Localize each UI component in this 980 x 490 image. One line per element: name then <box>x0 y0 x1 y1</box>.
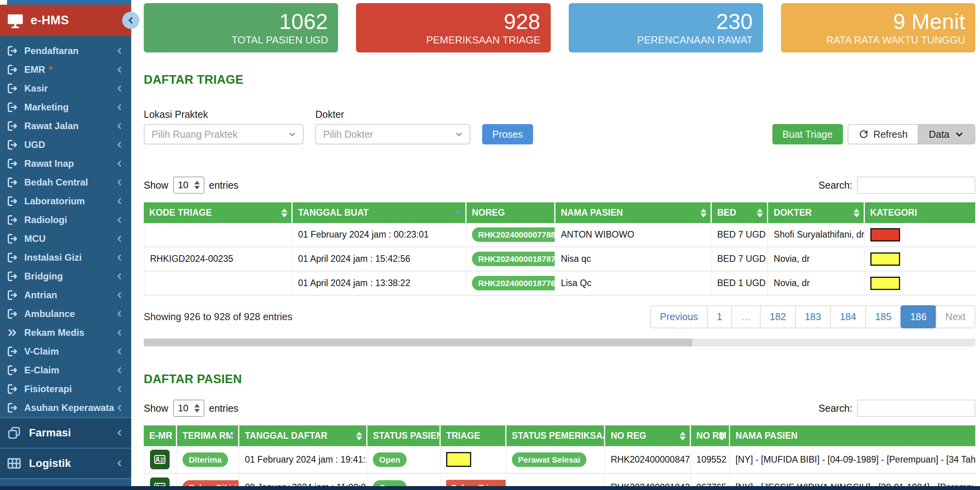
sidebar-item-asuhan-keperawatan[interactable]: Asuhan Keperawatan <box>0 398 131 417</box>
sidebar-item-bridging[interactable]: Bridging <box>0 267 131 286</box>
sidebar-item-v-claim[interactable]: V-Claim <box>0 342 131 361</box>
data-dropdown-button[interactable]: Data <box>918 124 975 144</box>
cell-triage <box>441 446 506 474</box>
column-header-kategori[interactable]: KATEGORI <box>865 202 975 223</box>
sidebar-item-e-claim[interactable]: E-Claim <box>0 361 131 380</box>
app-title: e-HMS <box>31 13 69 27</box>
dokter-select[interactable]: Pilih Dokter <box>315 124 470 144</box>
sidebar-item-instalasi-gizi[interactable]: Instalasi Gizi <box>0 248 131 267</box>
sidebar-item-bedah-central[interactable]: Bedah Central <box>0 173 131 192</box>
column-header-dokter[interactable]: DOKTER <box>768 202 864 223</box>
sidebar-item-rawat-jalan[interactable]: Rawat Jalan <box>0 117 131 135</box>
pagination-182[interactable]: 182 <box>760 305 796 328</box>
lokasi-label: Lokasi Praktek <box>144 109 304 120</box>
sidebar-item-mcu[interactable]: MCU <box>0 229 131 248</box>
sidebar-item-marketing[interactable]: Marketing <box>0 98 131 117</box>
pagination-next[interactable]: Next <box>936 305 975 328</box>
chevron-left-icon <box>115 347 124 356</box>
triage-filters: Lokasi Praktek Pilih Ruang Praktek Dokte… <box>144 109 975 144</box>
entries-select[interactable]: 10 <box>173 400 204 417</box>
chevron-left-icon <box>115 366 124 375</box>
noreg-badge[interactable]: RHK2024000018787 <box>472 252 555 266</box>
pagination-185[interactable]: 185 <box>865 305 901 328</box>
monitor-icon <box>6 11 24 29</box>
pagination: Previous1…182183184185186Next <box>650 305 975 328</box>
table-row: 01 February 2024 jam : 00:23:01RHK202400… <box>144 223 975 247</box>
pagination-1[interactable]: 1 <box>707 305 732 328</box>
scrollbar-thumb[interactable] <box>144 339 693 346</box>
sidebar-item-laboratorium[interactable]: Laboratorium <box>0 192 131 211</box>
sidebar-item-kasir[interactable]: Kasir <box>0 79 131 98</box>
entries-select[interactable]: 10 <box>173 177 204 194</box>
column-header-kode-triage[interactable]: KODE TRIAGE <box>144 202 293 223</box>
column-header-nama-pasien[interactable]: NAMA PASIEN <box>730 425 975 446</box>
app-header[interactable]: e-HMS <box>0 5 131 36</box>
cell-kategori <box>865 272 975 296</box>
chevron-left-icon <box>115 459 124 468</box>
noreg-badge[interactable]: RHK2024000007788 <box>472 227 555 242</box>
stat-card-perencanaan-rawat: 230PERENCANAAN RAWAT <box>569 3 763 52</box>
dokter-filter-group: Dokter Pilih Dokter <box>315 109 470 144</box>
sidebar-item-ugd[interactable]: UGD <box>0 135 131 154</box>
column-header-tanggal-daftar[interactable]: TANGGAL DAFTAR <box>239 425 367 446</box>
sidebar-section-farmasi[interactable]: Farmasi <box>0 417 131 448</box>
chevron-left-icon <box>115 272 124 281</box>
sidebar-item-pendaftaran[interactable]: Pendaftaran <box>0 41 131 60</box>
column-header-terima-rm[interactable]: TERIMA RM <box>177 425 239 446</box>
sidebar-item-rawat-inap[interactable]: Rawat Inap <box>0 154 131 173</box>
column-header-noreg[interactable]: NOREG <box>466 202 555 223</box>
sidebar-top-strip <box>0 0 131 5</box>
sidebar-item-ambulance[interactable]: Ambulance <box>0 304 131 323</box>
column-header-no-reg[interactable]: NO REG <box>605 425 691 446</box>
column-header-status-pemeriksaan[interactable]: STATUS PEMERIKSAAN <box>506 425 606 446</box>
search-input[interactable] <box>857 177 975 194</box>
column-header-triage[interactable]: TRIAGE <box>441 425 506 446</box>
stat-card-label: PERENCANAAN RAWAT <box>637 34 753 46</box>
sidebar-collapse-toggle[interactable] <box>122 12 139 29</box>
pagination-item: … <box>731 305 761 328</box>
noreg-badge[interactable]: RHK2024000018776 <box>472 276 555 290</box>
column-header-tanggal-buat[interactable]: TANGGAL BUAT <box>293 202 466 223</box>
stat-card-label: PEMERIKSAAN TRIAGE <box>426 34 540 46</box>
main-content: 1062TOTAL PASIEN UGD928PEMERIKSAAN TRIAG… <box>136 0 980 490</box>
buat-triage-button[interactable]: Buat Triage <box>772 124 843 144</box>
refresh-button[interactable]: Refresh <box>848 124 919 144</box>
horizontal-scrollbar[interactable] <box>144 339 975 346</box>
double-chevron-icon <box>6 326 19 339</box>
sign-out-icon <box>6 195 19 207</box>
sidebar-item-label: Radiologi <box>24 214 67 225</box>
dokter-label: Dokter <box>315 109 470 120</box>
pagination-183[interactable]: 183 <box>795 305 831 328</box>
sidebar-item-fisioterapi[interactable]: Fisioterapi <box>0 380 131 398</box>
sidebar-section-logistik[interactable]: Logistik <box>0 448 131 479</box>
sidebar-item-antrian[interactable]: Antrian <box>0 286 131 304</box>
pagination-previous[interactable]: Previous <box>650 305 708 328</box>
sidebar-item-emr[interactable]: EMR* <box>0 60 131 79</box>
column-header-status-pasien[interactable]: STATUS PASIEN <box>367 425 441 446</box>
sidebar-sections: FarmasiLogistik <box>0 417 131 479</box>
emr-button[interactable] <box>150 450 170 469</box>
cell-bed: BED 1 UGD <box>712 272 768 296</box>
pagination-184[interactable]: 184 <box>830 305 866 328</box>
cell-noreg: RHK2024000018787 <box>466 247 555 272</box>
chevron-left-icon <box>115 46 124 56</box>
show-label: Show <box>144 403 168 414</box>
column-header-bed[interactable]: BED <box>712 202 768 223</box>
lokasi-select[interactable]: Pilih Ruang Praktek <box>144 124 304 144</box>
sidebar-item-label: Bridging <box>24 271 63 282</box>
pagination-186[interactable]: 186 <box>900 305 937 328</box>
entries-summary: Showing 926 to 928 of 928 entries <box>144 311 292 322</box>
column-header-nama-pasien[interactable]: NAMA PASIEN <box>555 202 712 223</box>
search-input[interactable] <box>857 400 975 417</box>
triage-list-controls: Show 10 entries Search: <box>144 177 975 194</box>
column-header-e-mr[interactable]: E-MR <box>144 425 177 446</box>
terima-rm-badge: Diterima <box>183 452 228 467</box>
sidebar-item-rekam-medis[interactable]: Rekam Medis <box>0 323 131 342</box>
stat-cards: 1062TOTAL PASIEN UGD928PEMERIKSAAN TRIAG… <box>144 3 975 52</box>
column-header-label: STATUS PASIEN <box>373 431 441 441</box>
cell-dokter: Shofi Suryalathifani, dr <box>768 223 864 247</box>
proses-button[interactable]: Proses <box>482 124 533 144</box>
column-header-no-rm[interactable]: NO RM <box>691 425 730 446</box>
sidebar-item-radiologi[interactable]: Radiologi <box>0 211 131 229</box>
cell-dokter: Novia, dr <box>768 247 864 272</box>
